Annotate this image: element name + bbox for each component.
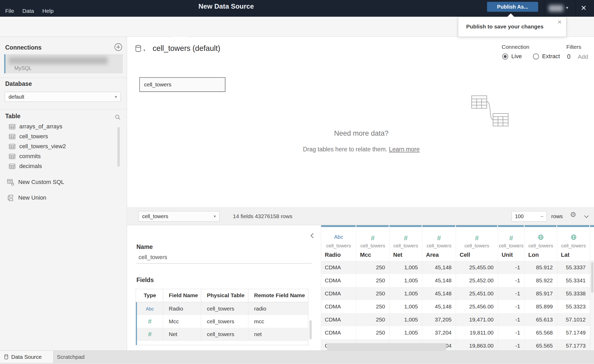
cell-cell: 19,863.00 xyxy=(456,339,498,350)
column-table-label: cell_towers xyxy=(389,243,422,251)
extract-radio-button[interactable] xyxy=(533,53,539,59)
live-radio[interactable]: Live xyxy=(502,53,522,60)
fields-panel: Name cell_towers Fields Type Field Name … xyxy=(127,225,321,350)
grid-horizontal-scrollbar-thumb[interactable] xyxy=(327,343,446,350)
collapse-panel-icon[interactable] xyxy=(310,232,314,240)
avatar[interactable] xyxy=(549,5,563,12)
table-search-icon[interactable] xyxy=(114,114,121,122)
sidebar-divider xyxy=(0,77,127,78)
fields-table: Type Field Name Physical Table Remote Fi… xyxy=(136,289,308,345)
cell-radio: CDMA xyxy=(321,326,356,339)
table-list-item[interactable]: arrays_of_arrays xyxy=(0,122,127,132)
fields-table-row[interactable]: Abc# Radio cell_towers radio xyxy=(136,302,308,315)
fields-col-field-name: Field Name xyxy=(163,289,201,302)
datasource-cylinder-icon[interactable] xyxy=(135,45,142,54)
grid-row[interactable]: CDMA 250 1,005 45,148 25,455.00 -1 85.91… xyxy=(321,261,590,274)
grid-column-header[interactable]: Abc# cell_towers Lon xyxy=(525,225,557,261)
physical-table-cell: cell_towers xyxy=(201,328,248,341)
remote-field-name-cell: net xyxy=(248,328,308,341)
drag-tables-text: Drag tables here to relate them. Learn m… xyxy=(270,146,453,153)
add-connection-icon[interactable] xyxy=(114,43,122,52)
column-table-label: cell_towers xyxy=(321,243,356,251)
grid-row[interactable]: CDMA 250 1,005 45,148 25,452.00 -1 85.92… xyxy=(321,274,590,287)
cell-net: 1,005 xyxy=(389,326,422,339)
datasource-caret-icon[interactable]: ▾ xyxy=(143,48,145,52)
new-custom-sql-button[interactable]: New Custom SQL xyxy=(0,177,127,187)
table-list-item[interactable]: cell_towers xyxy=(0,132,127,141)
grid-column-header[interactable]: Abc# cell_towers Radio xyxy=(321,225,356,261)
database-header: Database xyxy=(5,80,32,87)
table-node-cell-towers[interactable]: cell_towers xyxy=(139,77,225,92)
grid-settings-gear-icon[interactable]: ⚙ xyxy=(570,211,576,219)
relate-tables-illustration xyxy=(469,95,516,128)
grid-column-header[interactable]: Abc# cell_towers Lat xyxy=(557,225,590,261)
learn-more-link[interactable]: Learn more xyxy=(389,146,420,153)
cell-lon: 85.912 xyxy=(525,261,557,274)
cell-mcc: 250 xyxy=(356,300,389,313)
grid-vertical-scrollbar-thumb[interactable] xyxy=(591,262,593,293)
sidebar: Connections MySQL Database default ▾ Tab… xyxy=(0,37,127,350)
grid-column-header[interactable]: Abc# cell_towers Area xyxy=(422,225,456,261)
filters-add-link[interactable]: Add xyxy=(578,53,588,60)
extract-radio[interactable]: Extract xyxy=(533,53,560,60)
cell-cell: 25,455.00 xyxy=(456,261,498,274)
custom-sql-icon xyxy=(7,178,15,186)
table-icon xyxy=(9,143,16,150)
cell-net: 1,005 xyxy=(389,261,422,274)
fields-table-header: Type Field Name Physical Table Remote Fi… xyxy=(136,289,308,302)
table-list-item-label: arrays_of_arrays xyxy=(19,123,62,130)
grid-row[interactable]: CDMA 250 1,005 45,148 25,456.00 -1 85.89… xyxy=(321,300,590,313)
tooltip-close-icon[interactable]: ✕ xyxy=(557,19,562,25)
menu-help[interactable]: Help xyxy=(42,8,53,14)
cell-lon: 85.917 xyxy=(525,287,557,300)
cell-cell: 19,471.00 xyxy=(456,313,498,326)
table-icon xyxy=(9,153,16,160)
fields-table-scrollbar[interactable] xyxy=(309,320,312,339)
new-union-label: New Union xyxy=(18,194,46,201)
grid-column-header[interactable]: Abc# cell_towers Mcc xyxy=(356,225,389,261)
row-limit-apply-icon[interactable]: → xyxy=(539,213,544,219)
table-list-item[interactable]: decimals xyxy=(0,161,127,171)
fields-table-row[interactable]: Abc# Mcc cell_towers mcc xyxy=(136,315,308,328)
menu-data[interactable]: Data xyxy=(22,8,34,14)
fields-table-row[interactable]: Abc# Net cell_towers net xyxy=(136,328,308,341)
tab-data-source[interactable]: Data Source xyxy=(0,351,53,363)
cell-lat: 55.3341 xyxy=(557,274,590,287)
grid-column-header[interactable]: Abc# cell_towers Cell xyxy=(456,225,498,261)
grid-row[interactable]: CDMA 250 1,005 45,148 25,451.00 -1 85.91… xyxy=(321,287,590,300)
grid-row[interactable]: CDMA 250 1,005 37,205 19,471.00 -1 65.61… xyxy=(321,313,590,326)
publish-as-button[interactable]: Publish As... xyxy=(487,2,538,12)
column-table-label: cell_towers xyxy=(498,243,524,251)
table-list-item[interactable]: commits xyxy=(0,151,127,161)
grid-column-header[interactable]: Abc# cell_towers Net xyxy=(389,225,422,261)
database-select[interactable]: default ▾ xyxy=(5,92,121,102)
table-selector-dropdown[interactable]: cell_towers ▾ xyxy=(138,211,220,222)
cell-area: 45,148 xyxy=(422,300,456,313)
bottom-strip xyxy=(0,363,594,364)
grid-row[interactable]: CDMA 250 1,005 37,204 19,811.00 -1 65.56… xyxy=(321,326,590,339)
connection-item[interactable]: MySQL xyxy=(4,54,123,73)
name-input[interactable]: cell_towers xyxy=(139,254,167,261)
grid-vertical-scrollbar[interactable] xyxy=(590,261,594,350)
grid-column-header[interactable]: Abc# cell_towers Unit xyxy=(498,225,525,261)
grid-collapse-chevron-icon[interactable] xyxy=(584,214,589,219)
cell-lat: 55.3323 xyxy=(557,300,590,313)
cell-unit: -1 xyxy=(498,300,525,313)
fields-col-physical-table: Physical Table xyxy=(201,289,248,302)
datasource-title: cell_towers (default) xyxy=(153,44,220,53)
need-more-data-heading: Need more data? xyxy=(283,129,440,138)
table-list-scrollbar[interactable] xyxy=(117,127,120,167)
table-list: arrays_of_arrays cell_towers cell_towers… xyxy=(0,122,127,171)
cell-lat: 57.1749 xyxy=(557,326,590,339)
new-union-button[interactable]: New Union xyxy=(0,193,127,203)
live-radio-button[interactable] xyxy=(502,53,508,59)
window-close-icon[interactable]: ✕ xyxy=(581,4,587,12)
cell-lon: 65.565 xyxy=(525,339,557,350)
connection-name-redacted xyxy=(9,57,108,64)
tab-scratchpad[interactable]: Scratchpad xyxy=(57,351,85,363)
table-selector-value: cell_towers xyxy=(142,213,168,219)
cell-area: 45,148 xyxy=(422,287,456,300)
avatar-caret-icon[interactable]: ▾ xyxy=(566,5,568,10)
menu-file[interactable]: File xyxy=(5,8,14,14)
table-list-item[interactable]: cell_towers_view2 xyxy=(0,141,127,151)
